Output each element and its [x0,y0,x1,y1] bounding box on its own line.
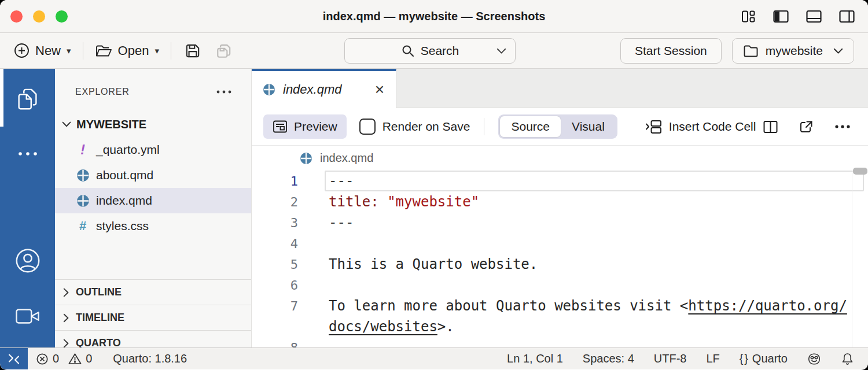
toolbar-divider [83,42,83,60]
remote-icon [7,352,21,366]
css-file-icon: # [75,219,90,234]
split-editor-button[interactable] [760,117,781,136]
line-number: 1 [252,174,298,188]
account-button[interactable] [0,247,55,275]
visual-mode-button[interactable]: Visual [561,116,616,137]
main-area: EXPLORER MYWEBSITE ! _quarto.yml abou [0,69,868,347]
open-button[interactable]: Open ▾ [94,41,160,61]
file-name: styles.css [96,219,149,233]
cursor-position-item[interactable]: Ln 1, Col 1 [507,352,563,365]
editor-toolbar-divider [484,118,484,135]
language-label: Quarto [752,352,788,365]
line-number: 3 [252,216,298,230]
status-right: Ln 1, Col 1 Spaces: 4 UTF-8 LF { } Quart… [507,352,854,366]
insert-code-cell-button[interactable]: Insert Code Cell [642,119,760,135]
sidebar-header: EXPLORER [55,82,252,102]
save-button[interactable] [182,40,204,62]
toggle-panel-button[interactable] [804,8,823,25]
zoom-window-button[interactable] [56,10,68,23]
quarto-docs-link[interactable]: docs/websites [329,319,437,335]
error-count: 0 [53,352,59,365]
chevron-right-icon [63,313,69,323]
folder-open-icon [95,43,112,58]
code-token: To learn more about Quarto websites visi… [329,298,688,314]
titlebar: index.qmd — mywebsite — Screenshots [0,0,868,33]
tab-close-button[interactable]: × [374,82,385,98]
file-row-about-qmd[interactable]: about.qmd [55,162,252,188]
file-row-quarto-yml[interactable]: ! _quarto.yml [55,137,252,162]
workspace-root-label: MYWEBSITE [76,118,146,131]
remote-indicator-button[interactable] [0,348,28,369]
scrollbar-track [852,171,852,347]
section-outline[interactable]: OUTLINE [55,279,252,305]
app-window: index.qmd — mywebsite — Screenshots [0,0,868,370]
code-line: 5 This is a Quarto website. [252,254,868,275]
line-number: 6 [252,278,298,293]
search-input[interactable]: Search [344,38,516,64]
file-name: index.qmd [96,194,152,208]
window-title: index.qmd — mywebsite — Screenshots [0,10,868,23]
feedback-button[interactable] [807,352,821,366]
notifications-button[interactable] [841,352,854,366]
preview-button[interactable]: Preview [263,114,347,139]
minimize-window-button[interactable] [33,10,45,23]
encoding-item[interactable]: UTF-8 [654,352,687,365]
section-timeline[interactable]: TIMELINE [55,305,252,330]
screenshot-camera-button[interactable] [0,302,55,330]
error-icon [36,353,49,365]
tab-bar: index.qmd × [252,69,868,108]
insert-code-cell-icon [645,119,663,135]
quarto-version-item[interactable]: Quarto: 1.8.16 [113,352,187,365]
cursor-position-label: Ln 1, Col 1 [507,352,563,365]
save-all-button[interactable] [213,40,235,62]
save-icon [184,42,201,60]
eol-item[interactable]: LF [706,352,719,365]
code-token: >. [437,319,454,335]
breadcrumb-item[interactable]: index.qmd [320,151,373,165]
sidebar-left-icon [773,9,789,24]
explorer-view-button[interactable] [0,85,55,113]
start-session-button[interactable]: Start Session [620,38,722,64]
file-row-index-qmd[interactable]: index.qmd [55,188,252,213]
code-editor[interactable]: 1 --- 2 title: "mywebsite" 3 --- 4 5 [252,171,868,347]
code-line: 6 [252,275,868,295]
open-external-button[interactable] [796,117,816,136]
file-row-styles-css[interactable]: # styles.css [55,213,252,239]
line-number: 8 [252,341,298,348]
toggle-primary-sidebar-button[interactable] [771,8,790,25]
render-on-save-checkbox[interactable] [359,119,376,135]
language-mode-item[interactable]: { } Quarto [740,352,788,365]
code-line: 8 [252,337,868,347]
toggle-secondary-sidebar-button[interactable] [837,8,856,25]
line-number: 4 [252,236,298,251]
new-button-label: New [35,43,61,58]
scrollbar-thumb[interactable] [853,168,867,175]
titlebar-actions [740,0,856,33]
open-dropdown-caret-icon: ▾ [155,46,159,55]
problems-button[interactable]: 0 0 [36,352,92,365]
chevron-right-icon [63,339,69,348]
more-views-button[interactable] [0,140,55,168]
toolbar-divider [171,42,171,60]
quarto-file-icon [299,151,313,165]
encoding-label: UTF-8 [654,352,687,365]
new-button[interactable]: New ▾ [13,40,72,61]
section-quarto[interactable]: QUARTO [55,330,252,347]
customize-layout-button[interactable] [740,8,757,25]
workspace-switcher-button[interactable]: mywebsite [732,38,854,64]
session-controls: Start Session mywebsite [620,38,854,64]
more-actions-button[interactable] [832,122,853,131]
indentation-item[interactable]: Spaces: 4 [583,352,634,365]
explorer-sidebar: EXPLORER MYWEBSITE ! _quarto.yml abou [55,69,252,347]
search-label: Search [421,44,459,58]
close-window-button[interactable] [10,10,23,23]
workspace-root-row[interactable]: MYWEBSITE [55,112,252,137]
source-mode-button[interactable]: Source [500,116,561,137]
open-button-label: Open [118,43,149,58]
explorer-more-actions-button[interactable] [215,88,233,95]
warning-icon [68,353,82,365]
tab-index-qmd[interactable]: index.qmd × [252,69,396,108]
search-icon [401,44,415,58]
save-all-icon [215,42,233,60]
quarto-docs-link[interactable]: https://quarto.org/ [688,298,847,314]
